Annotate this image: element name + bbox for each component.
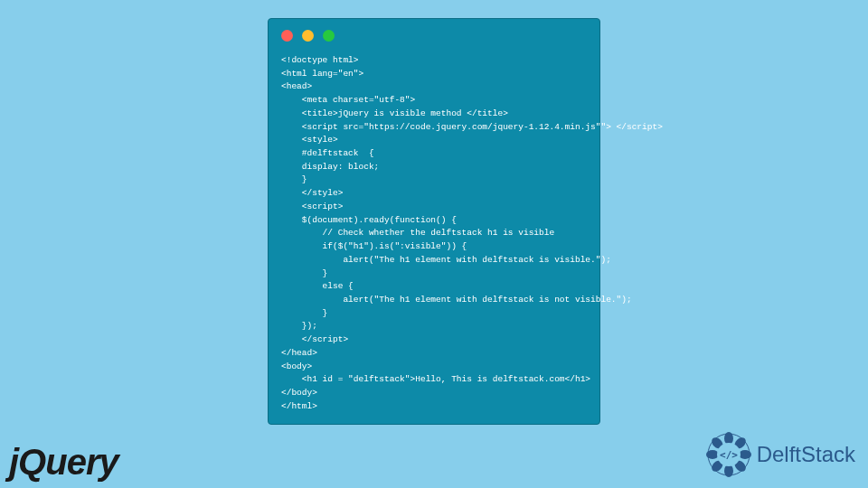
svg-point-1 [724, 432, 733, 445]
jquery-logo: jQuery [9, 442, 118, 483]
window-controls [269, 19, 599, 49]
close-icon [281, 30, 293, 42]
code-window: <!doctype html> <html lang="en"> <head> … [268, 18, 600, 425]
delftstack-logo-text: DelftStack [757, 442, 855, 467]
delftstack-icon: </> [706, 432, 751, 477]
minimize-icon [302, 30, 314, 42]
jquery-logo-text: jQuery [9, 442, 118, 482]
svg-text:</>: </> [720, 449, 738, 461]
code-block: <!doctype html> <html lang="en"> <head> … [269, 49, 599, 418]
maximize-icon [323, 30, 335, 42]
delftstack-logo: </> DelftStack [706, 432, 855, 477]
